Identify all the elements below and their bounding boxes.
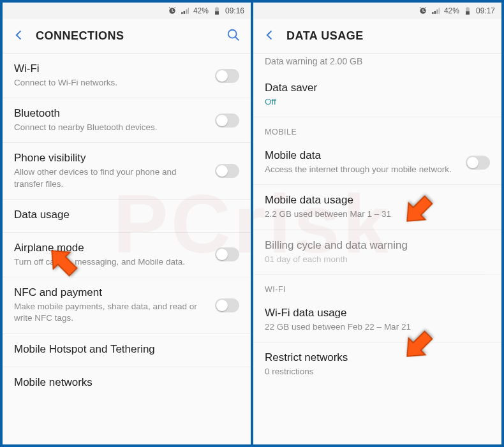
row-restrict-networks[interactable]: Restrict networks 0 restrictions <box>253 342 501 386</box>
row-title: Wi-Fi data usage <box>265 307 490 319</box>
row-subtitle: 01 day of each month <box>265 254 490 265</box>
row-title: Mobile data <box>265 149 458 162</box>
row-subtitle: Allow other devices to find your phone a… <box>14 166 207 189</box>
row-subtitle: Connect to nearby Bluetooth devices. <box>14 122 207 133</box>
status-bar: 42% 09:16 <box>3 3 251 19</box>
row-title: Mobile networks <box>14 376 239 389</box>
row-title: Billing cycle and data warning <box>265 239 490 252</box>
row-billing-cycle[interactable]: Billing cycle and data warning 01 day of… <box>253 230 501 275</box>
signal-icon <box>181 6 189 15</box>
page-title: CONNECTIONS <box>36 29 216 43</box>
row-subtitle: 2.2 GB used between Mar 1 – 31 <box>265 209 490 220</box>
row-mobile-networks[interactable]: Mobile networks <box>3 367 251 400</box>
row-title: Restrict networks <box>265 351 490 364</box>
row-subtitle: 22 GB used between Feb 22 – Mar 21 <box>265 321 490 333</box>
phone-visibility-toggle[interactable] <box>215 164 239 178</box>
nfc-toggle[interactable] <box>215 298 239 312</box>
row-mobile-data[interactable]: Mobile data Access the internet through … <box>253 140 501 185</box>
row-data-usage[interactable]: Data usage <box>3 200 251 233</box>
left-screenshot: 42% 09:16 CONNECTIONS Wi-Fi Connect to W… <box>3 3 251 444</box>
data-warning-subtitle: Data warning at 2.00 GB <box>253 54 501 73</box>
signal-icon <box>431 6 440 15</box>
clock: 09:17 <box>476 6 495 15</box>
row-title: NFC and payment <box>14 286 207 299</box>
section-mobile: MOBILE <box>253 117 501 140</box>
section-wifi: WI-FI <box>253 275 501 298</box>
row-subtitle: 0 restrictions <box>265 366 490 377</box>
bluetooth-toggle[interactable] <box>215 114 239 128</box>
battery-percent: 42% <box>193 6 209 15</box>
clock: 09:16 <box>225 6 244 15</box>
row-bluetooth[interactable]: Bluetooth Connect to nearby Bluetooth de… <box>3 98 251 143</box>
row-title: Mobile data usage <box>265 194 490 207</box>
svg-point-0 <box>228 29 237 38</box>
mobile-data-toggle[interactable] <box>466 156 490 170</box>
row-title: Data saver <box>265 82 490 94</box>
row-subtitle: Make mobile payments, share data, and re… <box>14 301 207 324</box>
search-icon[interactable] <box>226 28 241 45</box>
row-title: Phone visibility <box>14 152 207 165</box>
alarm-icon <box>168 6 177 15</box>
row-title: Mobile Hotspot and Tethering <box>14 343 239 356</box>
airplane-toggle[interactable] <box>215 247 239 261</box>
row-subtitle: Turn off calling, messaging, and Mobile … <box>14 256 207 268</box>
row-subtitle: Connect to Wi-Fi networks. <box>14 77 207 89</box>
row-title: Bluetooth <box>14 107 207 120</box>
alarm-icon <box>419 6 427 15</box>
row-title: Airplane mode <box>14 242 207 254</box>
header: DATA USAGE <box>253 19 501 54</box>
status-bar: 42% 09:17 <box>253 3 501 19</box>
header: CONNECTIONS <box>3 19 251 54</box>
row-phone-visibility[interactable]: Phone visibility Allow other devices to … <box>3 143 251 199</box>
data-usage-list: Data warning at 2.00 GB Data saver Off M… <box>253 54 501 444</box>
battery-icon <box>212 6 221 15</box>
row-wifi[interactable]: Wi-Fi Connect to Wi-Fi networks. <box>3 54 251 98</box>
back-icon[interactable] <box>13 29 26 44</box>
row-data-saver[interactable]: Data saver Off <box>253 73 501 117</box>
row-title: Data usage <box>14 209 239 221</box>
page-title: DATA USAGE <box>286 29 491 43</box>
row-mobile-data-usage[interactable]: Mobile data usage 2.2 GB used between Ma… <box>253 185 501 230</box>
row-subtitle: Off <box>265 96 490 108</box>
back-icon[interactable] <box>263 29 276 44</box>
right-screenshot: 42% 09:17 DATA USAGE Data warning at 2.0… <box>251 3 501 444</box>
row-airplane-mode[interactable]: Airplane mode Turn off calling, messagin… <box>3 233 251 277</box>
wifi-toggle[interactable] <box>215 69 239 83</box>
settings-list: Wi-Fi Connect to Wi-Fi networks. Bluetoo… <box>3 54 251 444</box>
row-nfc[interactable]: NFC and payment Make mobile payments, sh… <box>3 277 251 333</box>
row-wifi-data-usage[interactable]: Wi-Fi data usage 22 GB used between Feb … <box>253 298 501 342</box>
row-title: Wi-Fi <box>14 62 207 75</box>
row-subtitle: Access the internet through your mobile … <box>265 164 458 175</box>
battery-percent: 42% <box>444 6 459 15</box>
row-hotspot[interactable]: Mobile Hotspot and Tethering <box>3 334 251 367</box>
battery-icon <box>463 6 472 15</box>
